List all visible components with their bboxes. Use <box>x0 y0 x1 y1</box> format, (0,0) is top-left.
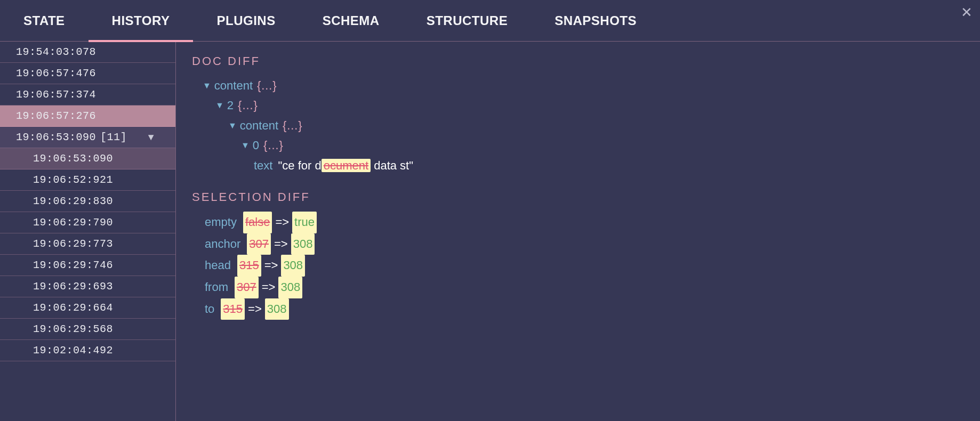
diff-key: to <box>205 298 214 320</box>
history-item[interactable]: 19:06:29:664 <box>0 297 175 319</box>
tree-node-text: text "ce for document data st" <box>192 156 964 175</box>
tree-braces: {…} <box>238 95 258 115</box>
selection-diff-row: from307=>308 <box>192 277 964 298</box>
doc-diff-title: DOC DIFF <box>192 54 964 68</box>
tree-key: 0 <box>253 135 259 155</box>
tree-key: text <box>254 156 272 175</box>
tab-snapshots[interactable]: SNAPSHOTS <box>531 0 660 42</box>
diff-key: head <box>205 255 231 277</box>
diff-from: 307 <box>247 233 271 255</box>
caret-down-icon[interactable]: ▼ <box>228 118 237 133</box>
history-item[interactable]: 19:06:53:090 [11]▼ <box>0 127 175 148</box>
diff-key: anchor <box>205 233 240 255</box>
content-panel: DOC DIFF ▼ content {…} ▼ 2 {…} ▼ content… <box>176 42 980 421</box>
history-item[interactable]: 19:06:52:921 <box>0 169 175 191</box>
history-timestamp: 19:06:29:568 <box>33 323 113 335</box>
caret-down-icon[interactable]: ▼ <box>241 138 250 152</box>
arrow-icon: => <box>274 233 288 255</box>
tree-braces: {…} <box>257 76 277 95</box>
history-timestamp: 19:06:29:664 <box>33 302 113 314</box>
text-prefix: "ce for d <box>278 159 321 172</box>
history-item[interactable]: 19:06:57:476 <box>0 63 175 84</box>
tab-plugins[interactable]: PLUGINS <box>193 0 299 42</box>
tab-structure[interactable]: STRUCTURE <box>403 0 532 42</box>
text-diff-value: "ce for document data st" <box>278 156 413 175</box>
history-timestamp: 19:06:57:276 <box>16 110 96 122</box>
history-timestamp: 19:06:57:476 <box>16 67 96 79</box>
arrow-icon: => <box>248 298 262 320</box>
tree-node-content[interactable]: ▼ content {…} <box>192 76 964 95</box>
tab-state[interactable]: STATE <box>0 0 89 42</box>
diff-from: false <box>243 212 272 233</box>
history-item[interactable]: 19:06:57:276 <box>0 106 175 127</box>
caret-down-icon[interactable]: ▼ <box>203 78 211 93</box>
history-item[interactable]: 19:06:29:693 <box>0 276 175 297</box>
history-timestamp: 19:06:53:090 <box>16 131 96 143</box>
diff-from: 315 <box>221 298 245 320</box>
history-timestamp: 19:54:03:078 <box>16 46 96 58</box>
history-item[interactable]: 19:06:29:790 <box>0 212 175 233</box>
history-item[interactable]: 19:06:53:090 <box>0 148 175 169</box>
arrow-icon: => <box>275 212 289 233</box>
tab-history[interactable]: HISTORY <box>89 0 194 42</box>
history-timestamp: 19:06:29:746 <box>33 259 113 271</box>
main: 19:54:03:07819:06:57:47619:06:57:37419:0… <box>0 42 980 421</box>
tab-schema[interactable]: SCHEMA <box>299 0 403 42</box>
selection-diff-row: to315=>308 <box>192 298 964 320</box>
history-item[interactable]: 19:06:29:568 <box>0 319 175 340</box>
arrow-icon: => <box>262 277 276 298</box>
history-item[interactable]: 19:06:29:773 <box>0 233 175 255</box>
history-timestamp: 19:06:29:773 <box>33 238 113 250</box>
history-item[interactable]: 19:06:29:830 <box>0 191 175 212</box>
chevron-down-icon[interactable]: ▼ <box>148 132 154 143</box>
diff-to: 308 <box>291 233 315 255</box>
history-item[interactable]: 19:54:03:078 <box>0 42 175 63</box>
history-timestamp: 19:06:29:693 <box>33 280 113 293</box>
history-sidebar[interactable]: 19:54:03:07819:06:57:47619:06:57:37419:0… <box>0 42 176 421</box>
history-badge: [11] <box>100 131 127 143</box>
diff-to: 308 <box>281 255 305 277</box>
tree-braces: {…} <box>263 135 283 155</box>
tree-key: 2 <box>227 95 234 115</box>
history-timestamp: 19:06:57:374 <box>16 88 96 101</box>
history-timestamp: 19:06:29:790 <box>33 216 113 229</box>
close-icon[interactable]: ✕ <box>961 5 973 19</box>
selection-diff-row: head315=>308 <box>192 255 964 277</box>
selection-diff-row: anchor307=>308 <box>192 233 964 255</box>
selection-diff-title: SELECTION DIFF <box>192 190 964 204</box>
history-timestamp: 19:06:52:921 <box>33 174 113 186</box>
arrow-icon: => <box>264 255 278 277</box>
tree-node-0[interactable]: ▼ 0 {…} <box>192 135 964 155</box>
history-item[interactable]: 19:02:04:492 <box>0 340 175 361</box>
history-item[interactable]: 19:06:57:374 <box>0 84 175 106</box>
history-timestamp: 19:02:04:492 <box>33 344 113 357</box>
diff-from: 315 <box>237 255 261 277</box>
diff-to: true <box>292 212 317 233</box>
tree-node-2[interactable]: ▼ 2 {…} <box>192 95 964 115</box>
diff-to: 308 <box>278 277 302 298</box>
history-item[interactable]: 19:06:29:746 <box>0 255 175 276</box>
history-timestamp: 19:06:29:830 <box>33 195 113 207</box>
selection-diff-row: emptyfalse=>true <box>192 212 964 233</box>
tabs-bar: STATE HISTORY PLUGINS SCHEMA STRUCTURE S… <box>0 0 980 42</box>
tree-node-content-inner[interactable]: ▼ content {…} <box>192 116 964 135</box>
text-suffix: data st" <box>371 159 413 172</box>
diff-from: 307 <box>235 277 259 298</box>
diff-key: empty <box>205 212 237 233</box>
tree-key: content <box>214 76 253 95</box>
history-timestamp: 19:06:53:090 <box>33 152 113 165</box>
diff-key: from <box>205 277 228 298</box>
diff-to: 308 <box>265 298 289 320</box>
tree-braces: {…} <box>283 116 302 135</box>
tree-key: content <box>240 116 278 135</box>
text-removed: ocument <box>322 159 371 172</box>
caret-down-icon[interactable]: ▼ <box>215 98 224 112</box>
